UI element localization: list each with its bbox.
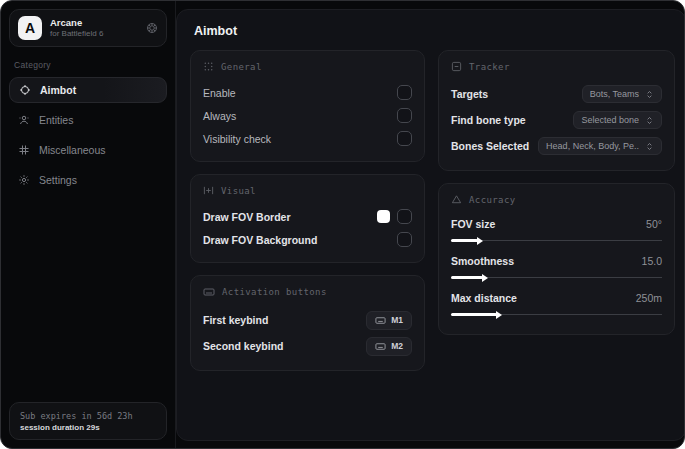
setting-label: Draw FOV Background bbox=[203, 234, 317, 246]
smoothness-value: 15.0 bbox=[642, 255, 662, 267]
panel-title: Activation buttons bbox=[222, 287, 327, 297]
panel-title: Visual bbox=[221, 186, 256, 196]
setting-label: Second keybind bbox=[203, 340, 284, 352]
crosshair-icon bbox=[19, 84, 31, 96]
bones-selected-select[interactable]: Head, Neck, Body, Pe.. bbox=[538, 137, 662, 155]
setting-row-always: Always bbox=[203, 104, 412, 127]
setting-label: First keybind bbox=[203, 314, 268, 326]
page-title: Aimbot bbox=[194, 24, 675, 38]
session-duration-text: session duration 29s bbox=[20, 423, 156, 432]
gear-icon bbox=[18, 174, 30, 186]
select-value: Head, Neck, Body, Pe.. bbox=[546, 141, 639, 151]
app-subtitle: for Battlefield 6 bbox=[50, 29, 138, 38]
sidebar-item-label: Miscellaneous bbox=[39, 144, 106, 156]
keybind-value: M1 bbox=[391, 315, 403, 325]
keyboard-icon bbox=[375, 341, 386, 352]
targets-select[interactable]: Bots, Teams bbox=[582, 85, 662, 103]
fov-border-color-swatch[interactable] bbox=[377, 210, 390, 223]
setting-row-enable: Enable bbox=[203, 81, 412, 104]
setting-row-targets: Targets Bots, Teams bbox=[451, 81, 662, 107]
find-bone-type-select[interactable]: Selected bone bbox=[573, 111, 662, 129]
sidebar: A Arcane for Battlefield 6 Category Aimb… bbox=[1, 1, 176, 448]
triangle-icon bbox=[451, 194, 462, 205]
max-distance-slider[interactable] bbox=[451, 310, 662, 319]
setting-row-bones-selected: Bones Selected Head, Neck, Body, Pe.. bbox=[451, 133, 662, 159]
setting-label: Targets bbox=[451, 88, 488, 100]
first-keybind-button[interactable]: M1 bbox=[366, 311, 412, 330]
enable-checkbox[interactable] bbox=[397, 85, 412, 100]
sidebar-item-label: Entities bbox=[39, 114, 73, 126]
sidebar-item-aimbot[interactable]: Aimbot bbox=[9, 77, 167, 103]
keyboard-icon bbox=[375, 315, 386, 326]
slider-fill bbox=[451, 276, 483, 279]
visibility-check-checkbox[interactable] bbox=[397, 131, 412, 146]
tracker-icon bbox=[451, 61, 462, 72]
select-value: Bots, Teams bbox=[590, 89, 639, 99]
always-checkbox[interactable] bbox=[397, 108, 412, 123]
chevron-up-down-icon bbox=[645, 90, 654, 99]
panel-general: General Enable Always Visibility check bbox=[190, 50, 425, 162]
setting-label: Smoothness bbox=[451, 255, 514, 267]
panel-visual: Visual Draw FOV Border Draw FOV Backgrou… bbox=[190, 174, 425, 263]
setting-row-fov-size: FOV size 50° bbox=[451, 214, 662, 245]
general-icon bbox=[203, 61, 214, 72]
setting-label: Enable bbox=[203, 87, 236, 99]
app-window: A Arcane for Battlefield 6 Category Aimb… bbox=[0, 0, 685, 449]
draw-fov-background-checkbox[interactable] bbox=[397, 232, 412, 247]
sidebar-item-label: Settings bbox=[39, 174, 77, 186]
setting-row-smoothness: Smoothness 15.0 bbox=[451, 251, 662, 282]
setting-label: Visibility check bbox=[203, 133, 271, 145]
setting-label: Max distance bbox=[451, 292, 517, 304]
setting-label: Find bone type bbox=[451, 114, 526, 126]
app-name: Arcane bbox=[50, 18, 138, 29]
chevron-up-down-icon bbox=[645, 116, 654, 125]
slider-fill bbox=[451, 313, 497, 316]
subscription-card: Sub expires in 56d 23h session duration … bbox=[9, 402, 167, 440]
fov-size-slider[interactable] bbox=[451, 236, 662, 245]
entities-icon bbox=[18, 114, 30, 126]
smoothness-slider[interactable] bbox=[451, 273, 662, 282]
second-keybind-button[interactable]: M2 bbox=[366, 337, 412, 356]
visual-icon bbox=[203, 185, 214, 196]
setting-label: Bones Selected bbox=[451, 140, 529, 152]
setting-row-draw-fov-background: Draw FOV Background bbox=[203, 228, 412, 251]
keyboard-icon bbox=[203, 286, 215, 298]
sidebar-item-entities[interactable]: Entities bbox=[9, 107, 167, 133]
panel-tracker: Tracker Targets Bots, Teams bbox=[438, 50, 675, 171]
fov-size-value: 50° bbox=[646, 218, 662, 230]
sidebar-item-label: Aimbot bbox=[40, 84, 76, 96]
gear-badge-icon[interactable] bbox=[146, 22, 158, 34]
select-value: Selected bone bbox=[581, 115, 639, 125]
sidebar-item-miscellaneous[interactable]: Miscellaneous bbox=[9, 137, 167, 163]
panel-accuracy: Accuracy FOV size 50° bbox=[438, 183, 675, 335]
panel-title: Accuracy bbox=[469, 195, 516, 205]
slider-fill bbox=[451, 239, 478, 242]
setting-row-draw-fov-border: Draw FOV Border bbox=[203, 205, 412, 228]
category-label: Category bbox=[14, 60, 167, 70]
panel-activation-buttons: Activation buttons First keybind M1 bbox=[190, 275, 425, 371]
logo-card: A Arcane for Battlefield 6 bbox=[9, 9, 167, 47]
max-distance-value: 250m bbox=[636, 292, 662, 304]
app-logo: A bbox=[18, 16, 42, 40]
main-content: Aimbot bbox=[176, 9, 685, 441]
panel-title: Tracker bbox=[469, 62, 510, 72]
setting-row-second-keybind: Second keybind M2 bbox=[203, 333, 412, 359]
setting-row-find-bone-type: Find bone type Selected bone bbox=[451, 107, 662, 133]
setting-row-visibility-check: Visibility check bbox=[203, 127, 412, 150]
sidebar-item-settings[interactable]: Settings bbox=[9, 167, 167, 193]
draw-fov-border-checkbox[interactable] bbox=[397, 209, 412, 224]
setting-label: Always bbox=[203, 110, 236, 122]
keybind-value: M2 bbox=[391, 341, 403, 351]
chevron-up-down-icon bbox=[645, 142, 654, 151]
sub-expires-text: Sub expires in 56d 23h bbox=[20, 411, 156, 421]
setting-label: FOV size bbox=[451, 218, 495, 230]
setting-label: Draw FOV Border bbox=[203, 211, 291, 223]
grid-icon bbox=[18, 144, 30, 156]
panel-title: General bbox=[221, 62, 262, 72]
setting-row-first-keybind: First keybind M1 bbox=[203, 307, 412, 333]
setting-row-max-distance: Max distance 250m bbox=[451, 288, 662, 319]
